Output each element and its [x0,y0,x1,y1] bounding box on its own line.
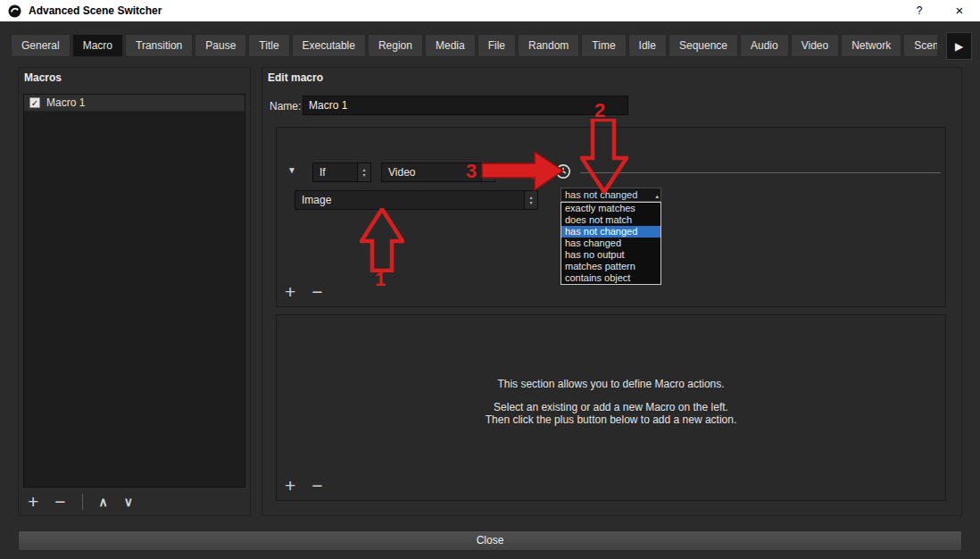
remove-action-button[interactable]: − [311,477,322,495]
tab-region[interactable]: Region [368,34,423,57]
close-button[interactable]: Close [18,530,962,551]
tab-executable[interactable]: Executable [292,34,366,57]
dropdown-option-matches-pattern[interactable]: matches pattern [561,261,660,272]
tab-transition[interactable]: Transition [125,34,193,57]
actions-group: This section allows you to define Macro … [276,314,946,501]
actions-info-line3: Then click the plus button below to add … [277,413,945,426]
obs-logo-icon [8,4,21,18]
collapse-chevron-icon[interactable]: ▼ [287,165,296,175]
dropdown-option-does-not-match[interactable]: does not match [561,214,660,226]
tab-file[interactable]: File [478,34,516,57]
tab-time[interactable]: Time [581,34,626,57]
remove-condition-button[interactable]: − [311,283,322,301]
tab-general[interactable]: General [11,34,71,57]
macro-list[interactable]: ✓ Macro 1 [23,94,245,488]
tab-sequence[interactable]: Sequence [669,34,738,57]
dropdown-option-contains-object[interactable]: contains object [561,272,660,284]
spinner-icon[interactable]: ▴ ▾ [357,163,370,181]
tab-macro[interactable]: Macro [72,34,123,57]
window-title: Advanced Scene Switcher [29,4,162,17]
match-mode-dropdown: exactly matches does not match has not c… [561,202,661,285]
conditions-toolbar: + − [285,283,323,301]
actions-info-text: This section allows you to define Macro … [277,378,945,426]
macros-panel-title: Macros [24,71,62,84]
macros-panel: Macros ✓ Macro 1 + − ∧ ∨ [18,67,251,516]
annotation-arrow-2-down [580,119,628,194]
spinner-down-icon[interactable]: ▾ [362,172,365,178]
actions-info-line2: Select an existing or add a new Macro on… [277,401,945,413]
tab-network[interactable]: Network [841,34,901,57]
spinner-down-icon[interactable]: ▾ [529,200,532,205]
condition-header-line [580,172,941,173]
titlebar-close-button[interactable]: × [946,0,973,21]
condition-type-select[interactable]: Video ▴ ▾ [381,163,495,182]
dropdown-option-has-changed[interactable]: has changed [561,238,660,249]
tab-idle[interactable]: Idle [628,34,667,57]
macro-name-label: Name: [270,100,301,113]
move-macro-down-button[interactable]: ∨ [124,493,133,511]
window-titlebar: Advanced Scene Switcher ? × [0,0,980,21]
tab-video[interactable]: Video [791,34,839,57]
tab-scene-group[interactable]: Scene Gro [903,34,937,57]
tab-title[interactable]: Title [248,34,289,57]
dropdown-option-has-not-changed[interactable]: has not changed [561,226,660,238]
add-condition-button[interactable]: + [285,283,295,301]
scroll-right-icon: ▶ [955,40,963,53]
tab-scroll-right-button[interactable]: ▶ [946,32,972,60]
remove-macro-button[interactable]: − [54,493,65,511]
annotation-label-2: 2 [594,99,605,122]
spinner-icon[interactable]: ▴ ▾ [524,191,537,209]
tab-pause[interactable]: Pause [195,34,246,57]
condition-logic-select[interactable]: If ▴ ▾ [312,163,371,182]
dropdown-option-exactly-matches[interactable]: exactly matches [561,203,660,214]
edit-macro-title: Edit macro [268,71,323,84]
condition-logic-value: If [313,166,357,179]
add-action-button[interactable]: + [285,477,295,495]
macro-name-input[interactable] [303,96,628,115]
condition-image-type-select[interactable]: Image ▴ ▾ [295,190,538,210]
annotation-arrow-1-up [360,208,404,272]
macro-label: Macro 1 [46,96,85,109]
caret-up-icon: ▴ [655,190,659,202]
macro-list-item[interactable]: ✓ Macro 1 [24,95,245,112]
titlebar-help-button[interactable]: ? [906,0,933,21]
tab-random[interactable]: Random [518,34,579,57]
condition-image-type-value: Image [295,194,524,206]
macros-toolbar: + − ∧ ∨ [28,493,133,511]
actions-info-line1: This section allows you to define Macro … [277,378,945,390]
annotation-label-3: 3 [466,160,477,183]
tab-media[interactable]: Media [425,34,476,57]
annotation-label-1: 1 [375,268,386,291]
advanced-scene-switcher-window: { "titlebar": { "title": "Advanced Scene… [0,0,980,559]
dropdown-option-has-no-output[interactable]: has no output [561,249,660,261]
macro-enabled-checkbox[interactable]: ✓ [29,97,40,108]
tab-audio[interactable]: Audio [740,34,789,57]
add-macro-button[interactable]: + [28,493,38,511]
toolbar-divider [82,494,83,510]
actions-toolbar: + − [285,477,323,495]
move-macro-up-button[interactable]: ∧ [99,493,108,511]
annotation-arrow-3-right [481,151,565,191]
tab-bar: General Macro Transition Pause Title Exe… [11,34,937,59]
